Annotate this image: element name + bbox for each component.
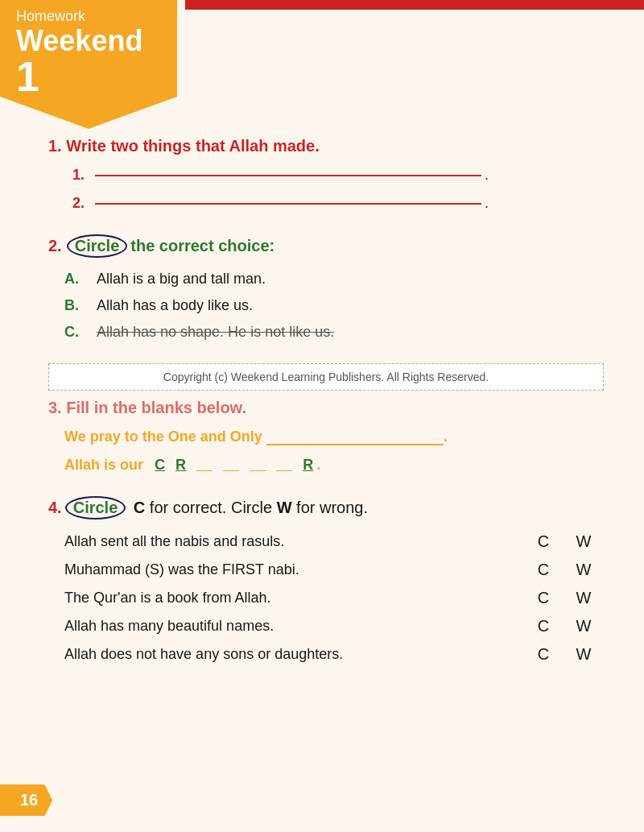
cw-w-1[interactable]: W xyxy=(564,532,604,551)
cw-row-1: Allah sent all the nabis and rasuls. C W xyxy=(64,532,604,551)
q1-blank1-dot: . xyxy=(485,167,489,184)
choice-b-text: Allah has a body like us. xyxy=(97,297,253,314)
q3-space6 xyxy=(295,457,299,474)
q2-title-row: 2. Circle the correct choice: xyxy=(48,234,604,258)
q1-blank-2: 2. . xyxy=(72,195,604,212)
q1-title-text: Write two things that Allah made. xyxy=(66,137,319,155)
choice-b-letter: B. xyxy=(64,297,97,314)
cw-stmt-1: Allah sent all the nabis and rasuls. xyxy=(64,533,523,550)
q3-c-letter: C xyxy=(155,457,165,474)
q3-blank2: __ xyxy=(223,457,239,474)
q3-blank1: __ xyxy=(196,457,213,474)
cw-w-5[interactable]: W xyxy=(564,645,604,664)
cw-stmt-5: Allah does not have any sons or daughter… xyxy=(64,646,523,663)
q2-number: 2. xyxy=(48,237,62,255)
q3-r-letter: R xyxy=(175,457,186,474)
q4-number: 4. xyxy=(48,499,62,517)
q3-line1-prefix: We pray to the One and Only xyxy=(64,428,262,445)
cw-stmt-3: The Qur'an is a book from Allah. xyxy=(64,590,523,606)
cw-row-4: Allah has many beautiful names. C W xyxy=(64,617,604,635)
q3-r-end: R xyxy=(303,457,313,474)
q2-circle-word: Circle xyxy=(67,234,128,258)
page-container: Homework Weekend 1 1. Write two things t… xyxy=(0,0,644,832)
q3-period2: . xyxy=(316,457,320,474)
q3-fill-line2: Allah is our C R __ __ __ __ R . xyxy=(64,457,604,474)
question-2: 2. Circle the correct choice: A. Allah i… xyxy=(48,234,604,341)
q3-blank4: __ xyxy=(276,457,292,474)
cw-stmt-4: Allah has many beautiful names. xyxy=(64,618,523,635)
q3-space5 xyxy=(269,457,273,474)
q4-bold-c: C xyxy=(134,499,145,516)
q3-period1: . xyxy=(444,428,448,445)
cw-c-4[interactable]: C xyxy=(523,617,564,635)
cw-c-5[interactable]: C xyxy=(523,645,564,664)
choice-a-letter: A. xyxy=(64,271,97,288)
cw-c-2[interactable]: C xyxy=(523,561,564,579)
q4-circle-word: Circle xyxy=(65,496,126,519)
q1-blank1-num: 1. xyxy=(72,167,89,184)
question-3: 3. Fill in the blanks below. We pray to … xyxy=(48,399,604,474)
cw-stmt-2: Muhammad (S) was the FIRST nabi. xyxy=(64,561,523,578)
copyright-bar: Copyright (c) Weekend Learning Publisher… xyxy=(48,363,604,391)
cw-c-1[interactable]: C xyxy=(523,532,564,551)
copyright-text: Copyright (c) Weekend Learning Publisher… xyxy=(163,370,489,383)
q1-blank2-line xyxy=(95,203,481,205)
q4-bold-w: W xyxy=(277,499,292,516)
q4-text: C for correct. Circle W for wrong. xyxy=(129,499,368,517)
cw-row-2: Muhammad (S) was the FIRST nabi. C W xyxy=(64,561,604,579)
cw-w-3[interactable]: W xyxy=(564,589,604,607)
q4-title-row: 4. Circle C for correct. Circle W for wr… xyxy=(48,496,604,519)
page-number: 16 xyxy=(0,784,52,816)
cw-w-4[interactable]: W xyxy=(564,617,604,635)
q3-space4 xyxy=(242,457,246,474)
q3-title-text: Fill in the blanks below. xyxy=(66,399,246,416)
question-4: 4. Circle C for correct. Circle W for wr… xyxy=(48,496,604,664)
choice-c-letter: C. xyxy=(64,324,97,341)
cw-c-3[interactable]: C xyxy=(523,589,564,607)
q2-choice-a: A. Allah is a big and tall man. xyxy=(64,271,604,288)
q3-title: 3. Fill in the blanks below. xyxy=(48,399,604,417)
cw-row-3: The Qur'an is a book from Allah. C W xyxy=(64,589,604,607)
q3-number: 3. xyxy=(48,399,66,416)
cw-row-5: Allah does not have any sons or daughter… xyxy=(64,645,604,664)
q3-space1 xyxy=(168,457,172,474)
q3-line2-prefix: Allah is our xyxy=(64,457,151,474)
q3-fill-line1: We pray to the One and Only . xyxy=(64,428,604,445)
q1-number: 1. xyxy=(48,137,62,155)
q1-blank-1: 1. . xyxy=(72,167,604,184)
cw-w-2[interactable]: W xyxy=(564,561,604,579)
question-1: 1. Write two things that Allah made. 1. … xyxy=(48,137,604,212)
q2-choice-b: B. Allah has a body like us. xyxy=(64,297,604,314)
choice-a-text: Allah is a big and tall man. xyxy=(97,271,266,288)
q1-blank2-dot: . xyxy=(485,195,489,212)
q2-rest-title: the correct choice: xyxy=(130,237,275,255)
q1-blank2-num: 2. xyxy=(72,195,89,212)
q3-blank3: __ xyxy=(250,457,266,474)
q2-choice-c: C. Allah has no shape. He is not like us… xyxy=(64,324,604,341)
q3-space2 xyxy=(189,457,193,474)
q1-title: 1. Write two things that Allah made. xyxy=(48,137,604,155)
content-area: 1. Write two things that Allah made. 1. … xyxy=(0,0,644,735)
q3-space3 xyxy=(216,457,220,474)
q1-blank1-line xyxy=(95,175,481,176)
q3-blank-line1 xyxy=(266,444,444,445)
choice-c-text: Allah has no shape. He is not like us. xyxy=(97,324,334,341)
